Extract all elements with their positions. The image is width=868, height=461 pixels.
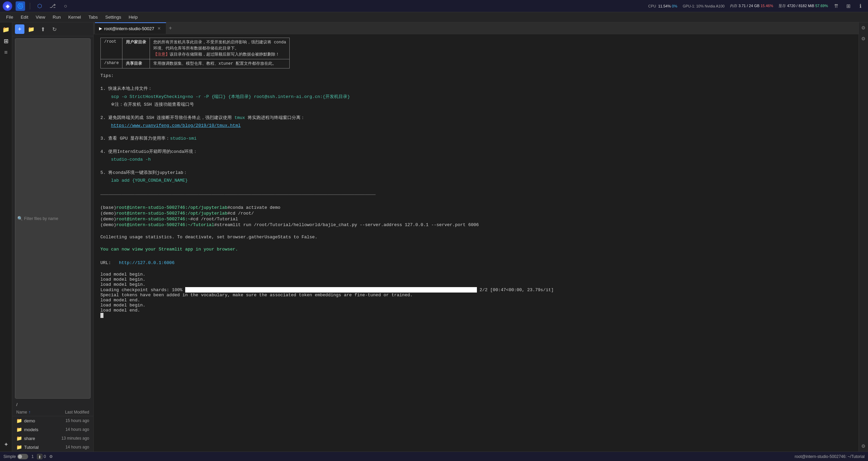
new-file-button[interactable]: + bbox=[15, 24, 24, 34]
sidebar: + 📁 ⬆ ↻ 🔍 / Name ↑ Last Modified 📁 demo … bbox=[12, 22, 94, 452]
load-line-3: load model begin. bbox=[100, 282, 852, 287]
activity-bar: 📁 ⊞ ≡ ✦ bbox=[0, 22, 12, 452]
editor-area: ▶ root@intern-studio-50027 ✕ + /root 用户家… bbox=[94, 22, 859, 452]
progress-label: Loading checkpoint shards: 100% bbox=[100, 287, 182, 293]
toggle-thumb bbox=[18, 455, 22, 459]
mem-label: 内存 3.71 / 24 GB 15.46% bbox=[730, 3, 773, 8]
menu-edit[interactable]: Edit bbox=[17, 13, 32, 21]
file-row-Tutorial[interactable]: 📁 Tutorial 14 hours ago bbox=[12, 443, 93, 452]
tips-section: Tips: 1. 快速从本地上传文件： scp -o StrictHostKey… bbox=[100, 72, 852, 184]
menu-kernel[interactable]: Kernel bbox=[65, 13, 84, 21]
cmd-line-4: (demo) root@intern-studio-5002746:~/Tuto… bbox=[100, 222, 852, 227]
tip-5: 5. 将conda环境一键添加到jupyterlab： lab add {YOU… bbox=[100, 169, 852, 185]
search-box[interactable]: 🔍 bbox=[15, 38, 91, 399]
file-row-share[interactable]: 📁 share 13 minutes ago bbox=[12, 434, 93, 443]
tips-title: Tips: bbox=[100, 72, 852, 80]
status-left: Simple 1 ▮ 0 ⚙ bbox=[3, 454, 53, 459]
menu-run[interactable]: Run bbox=[49, 13, 64, 21]
cursor bbox=[100, 313, 103, 318]
disk-pct: 57.69% bbox=[815, 4, 828, 8]
file-name-label: demo bbox=[24, 418, 46, 423]
activity-explorer[interactable]: ⊞ bbox=[1, 36, 11, 46]
progress-info: 2/2 [00:47<00:00, 23.79s/it] bbox=[480, 287, 554, 293]
toggle-track[interactable] bbox=[17, 454, 28, 459]
gpu-label: GPU-1: 10% Nvidia A100 bbox=[683, 4, 725, 8]
topbar-stats: CPU 11.54% 0% GPU-1: 10% Nvidia A100 内存 … bbox=[648, 3, 828, 8]
statusbar: Simple 1 ▮ 0 ⚙ root@intern-studio-500274… bbox=[0, 452, 868, 461]
vscode-icon[interactable]: ⬡ bbox=[35, 1, 44, 11]
search-input[interactable] bbox=[24, 216, 88, 221]
mem-pct: 15.46% bbox=[760, 4, 773, 8]
tab-bar: ▶ root@intern-studio-50027 ✕ + bbox=[94, 22, 859, 34]
url-label: URL: bbox=[100, 260, 111, 265]
terminal-commands: (base) root@intern-studio-5002746:/opt/j… bbox=[100, 205, 852, 227]
separator: ────────────────────────────────────────… bbox=[100, 192, 852, 197]
file-list: 📁 demo 15 hours ago 📁 models 14 hours ag… bbox=[12, 416, 93, 452]
activity-icon-0[interactable]: 🌀 bbox=[16, 1, 25, 11]
file-name-label: models bbox=[24, 427, 46, 432]
disk-label: 显存 4720 / 8182 MiB 57.69% bbox=[778, 3, 828, 8]
col-val: 0 bbox=[44, 454, 46, 459]
right-settings-icon-2[interactable]: ⚙ bbox=[860, 35, 868, 43]
tab-close-button[interactable]: ✕ bbox=[156, 26, 162, 31]
desc-cell-2: 常用微调数据集、模型仓库、教程、xtuner 配置文件都存放在此。 bbox=[150, 59, 290, 68]
file-modified-label: 14 hours ago bbox=[49, 445, 89, 449]
activity-extensions[interactable]: ✦ bbox=[1, 439, 11, 449]
load-end-2: load model end. bbox=[100, 308, 852, 313]
right-bottom-icon[interactable]: ⚙ bbox=[860, 442, 868, 450]
col-indicator: ▮ 0 bbox=[37, 454, 46, 459]
upload-button[interactable]: ⬆ bbox=[38, 24, 47, 34]
main-layout: 📁 ⊞ ≡ ✦ + 📁 ⬆ ↻ 🔍 / Name ↑ Last Modified… bbox=[0, 22, 868, 452]
url-val[interactable]: http://127.0.0.1:6006 bbox=[119, 260, 175, 265]
topbar: ◈ 🌀 ⬡ ⎇ ○ CPU 11.54% 0% GPU-1: 10% Nvidi… bbox=[0, 0, 868, 12]
topbar-actions: ⇈ ⊞ ℹ bbox=[831, 1, 865, 11]
file-row-models[interactable]: 📁 models 14 hours ago bbox=[12, 425, 93, 434]
tab-add-button[interactable]: + bbox=[166, 24, 175, 33]
sidebar-toolbar: + 📁 ⬆ ↻ bbox=[12, 22, 93, 36]
menu-tabs[interactable]: Tabs bbox=[85, 13, 101, 21]
menu-view[interactable]: View bbox=[32, 13, 49, 21]
menubar: File Edit View Run Kernel Tabs Settings … bbox=[0, 12, 868, 22]
progress-fill bbox=[185, 287, 477, 293]
git-icon[interactable]: ⎇ bbox=[48, 1, 57, 11]
tab-label: root@intern-studio-50027 bbox=[104, 26, 154, 31]
new-folder-button[interactable]: 📁 bbox=[26, 24, 36, 34]
send-icon[interactable]: ⇈ bbox=[831, 1, 841, 11]
load-begin-2: load model begin. bbox=[100, 303, 852, 308]
path-cell-1: /root bbox=[101, 38, 122, 59]
right-settings-icon[interactable]: ⚙ bbox=[860, 24, 868, 32]
load-line-2: load model begin. bbox=[100, 277, 852, 282]
run-icon[interactable]: ○ bbox=[61, 1, 70, 11]
col-modified-header: Last Modified bbox=[49, 410, 89, 415]
info-icon[interactable]: ℹ bbox=[856, 1, 865, 11]
menu-settings[interactable]: Settings bbox=[102, 13, 124, 21]
folder-icon: 📁 bbox=[16, 436, 22, 441]
tab-terminal[interactable]: ▶ root@intern-studio-50027 ✕ bbox=[95, 22, 166, 34]
file-row-demo[interactable]: 📁 demo 15 hours ago bbox=[12, 416, 93, 425]
activity-files[interactable]: 📁 bbox=[1, 24, 11, 35]
file-name-label: share bbox=[24, 436, 46, 441]
streamlit-msg: You can now view your Streamlit app in y… bbox=[100, 247, 852, 252]
menu-file[interactable]: File bbox=[3, 13, 17, 21]
gpu-pct: 0% bbox=[672, 4, 677, 8]
cpu-label: CPU 11.54% 0% bbox=[648, 4, 677, 8]
search-icon: 🔍 bbox=[17, 216, 23, 221]
col-kbd: ▮ bbox=[37, 454, 42, 459]
status-right: root@intern-studio-5002746: ~/Tutorial bbox=[795, 454, 865, 459]
tmux-url[interactable]: https://www.ruanyifeng.com/blog/2019/10/… bbox=[111, 123, 240, 128]
share-icon[interactable]: ⊞ bbox=[844, 1, 853, 11]
line-num: 1 bbox=[32, 454, 34, 459]
folder-icon: 📁 bbox=[16, 418, 22, 423]
menu-help[interactable]: Help bbox=[125, 13, 141, 21]
settings-btn[interactable]: ⚙ bbox=[49, 454, 53, 459]
cmd-line-3: (demo) root@intern-studio-5002746:~ # cd… bbox=[100, 217, 852, 222]
progress-bar bbox=[185, 287, 477, 293]
col-name-header[interactable]: Name ↑ bbox=[16, 410, 47, 415]
activity-search[interactable]: ≡ bbox=[1, 47, 11, 58]
tip-2: 2. 避免因终端关闭成 SSH 连接断开导致任务终止，强烈建议使用 tmux 将… bbox=[100, 114, 852, 130]
terminal-content[interactable]: /root 用户家目录 您的所有开发机共享此目录，不受开发机的启停影响，强烈建议… bbox=[94, 34, 859, 452]
url-line: URL: http://127.0.0.1:6006 bbox=[100, 260, 852, 265]
path-cell-2: /share bbox=[101, 59, 122, 68]
simple-mode-toggle[interactable]: Simple bbox=[3, 454, 28, 459]
refresh-button[interactable]: ↻ bbox=[50, 24, 59, 34]
